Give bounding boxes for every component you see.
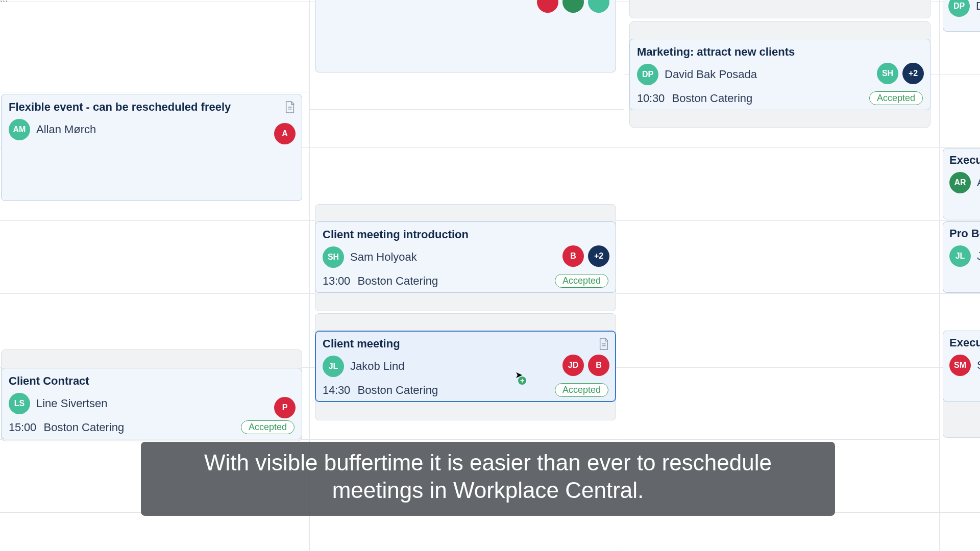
attendee-overflow-badge[interactable]: +2 xyxy=(902,63,924,84)
organizer-name: Ja xyxy=(977,249,980,263)
note-icon xyxy=(598,337,609,350)
avatar: JL xyxy=(323,356,344,377)
organizer-name: David Bak Posada xyxy=(665,68,757,81)
avatar: SM xyxy=(949,355,971,376)
event-card-peek[interactable]: Executi AR A xyxy=(943,148,980,219)
event-time: 14:30 xyxy=(323,384,350,396)
status-badge: Accepted xyxy=(241,420,295,434)
organizer-name: Sam Holyoak xyxy=(350,251,417,264)
event-title: Pro Bon xyxy=(949,227,980,240)
status-badge: Accepted xyxy=(555,274,608,288)
event-card-client-contract[interactable]: Client Contract LS Line Sivertsen P 15:0… xyxy=(1,368,302,439)
avatar: DP xyxy=(948,0,970,17)
event-card-marketing[interactable]: Marketing: attract new clients DP David … xyxy=(629,39,930,110)
avatar: DP xyxy=(637,64,658,85)
event-title: Client Contract xyxy=(9,374,295,388)
event-time: 13:00 xyxy=(323,274,350,287)
organizer-name: Jakob Lind xyxy=(350,360,404,373)
attendee-avatar: B xyxy=(588,355,609,376)
event-card-client-intro[interactable]: Client meeting introduction SH Sam Holyo… xyxy=(315,221,616,293)
attendee-avatar: SH xyxy=(877,63,898,84)
organizer-name: A xyxy=(977,176,980,189)
event-card-peek[interactable]: DP D xyxy=(943,0,980,32)
organizer-name: S xyxy=(977,359,980,372)
buffer-block[interactable] xyxy=(629,0,930,18)
event-card-flexible[interactable]: Flexible event - can be rescheduled free… xyxy=(1,94,302,201)
attendee-avatar xyxy=(562,0,584,13)
attendee-avatar: JD xyxy=(562,355,584,376)
event-card-partial-top[interactable] xyxy=(315,0,616,72)
event-time: 15:00 xyxy=(9,421,36,434)
avatar: JL xyxy=(949,245,971,267)
event-card-client-meeting[interactable]: Client meeting JL Jakob Lind JD B 14:30 … xyxy=(315,331,616,402)
event-organizer: AM Allan Mørch xyxy=(9,119,295,140)
organizer-name: Line Sivertsen xyxy=(36,397,107,410)
avatar: AM xyxy=(9,119,30,140)
attendee-avatar xyxy=(537,0,558,13)
event-title: Client meeting xyxy=(323,337,608,350)
caption-overlay: With visible buffertime it is easier tha… xyxy=(141,442,835,516)
avatar: LS xyxy=(9,393,30,414)
event-card-peek[interactable]: Executi SM S xyxy=(943,331,980,402)
attendee-avatar: B xyxy=(562,245,584,267)
event-title: Executi xyxy=(949,336,980,349)
event-location: Boston Catering xyxy=(44,421,125,434)
event-title: Client meeting introduction xyxy=(323,228,608,241)
event-title: Marketing: attract new clients xyxy=(637,45,923,59)
attendee-overflow-badge[interactable]: +2 xyxy=(588,245,609,267)
event-location: Boston Catering xyxy=(358,384,438,396)
event-location: Boston Catering xyxy=(358,274,438,287)
attendee-avatar: P xyxy=(274,397,296,418)
organizer-name: Allan Mørch xyxy=(36,123,96,136)
plus-icon: + xyxy=(518,377,526,385)
avatar: SH xyxy=(323,246,344,268)
attendee-avatar: A xyxy=(274,123,296,144)
event-card-peek[interactable]: Pro Bon JL Ja xyxy=(943,221,980,293)
day-column-3-peek[interactable]: DP D Executi AR A Pro Bon JL Ja Executi … xyxy=(939,0,980,551)
event-location: Boston Catering xyxy=(672,92,753,105)
organizer-name: D xyxy=(976,0,980,13)
avatar: AR xyxy=(949,172,971,193)
event-organizer: LS Line Sivertsen xyxy=(9,393,295,414)
attendee-avatar xyxy=(588,0,609,13)
event-title: Flexible event - can be rescheduled free… xyxy=(9,101,295,114)
event-time: 10:30 xyxy=(637,92,665,105)
event-title: Executi xyxy=(949,154,980,167)
note-icon xyxy=(284,101,296,114)
status-badge: Accepted xyxy=(869,91,923,105)
status-badge: Accepted xyxy=(555,383,608,397)
